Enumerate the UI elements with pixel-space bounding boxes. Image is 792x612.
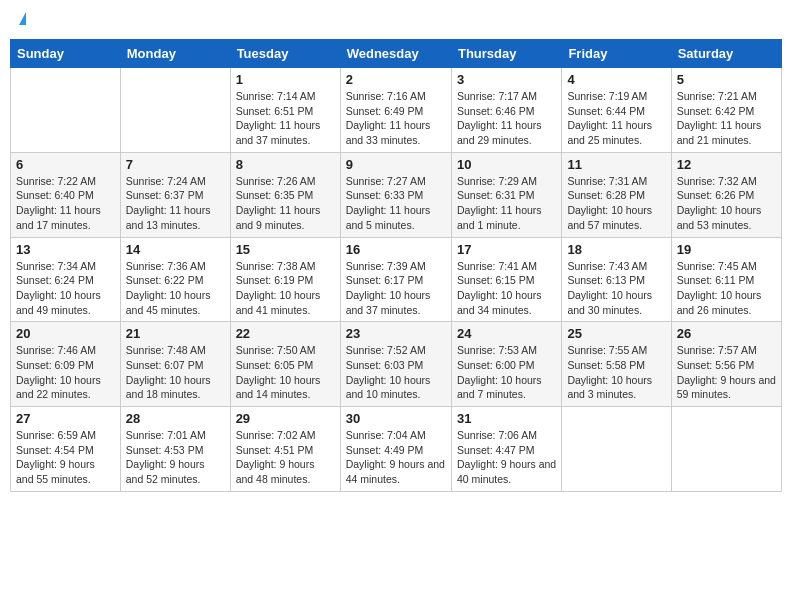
day-of-week-header: Sunday bbox=[11, 40, 121, 68]
day-info: Sunrise: 7:17 AM Sunset: 6:46 PM Dayligh… bbox=[457, 89, 556, 148]
day-number: 30 bbox=[346, 411, 446, 426]
calendar-table: SundayMondayTuesdayWednesdayThursdayFrid… bbox=[10, 39, 782, 492]
day-of-week-header: Wednesday bbox=[340, 40, 451, 68]
day-info: Sunrise: 7:46 AM Sunset: 6:09 PM Dayligh… bbox=[16, 343, 115, 402]
day-info: Sunrise: 7:38 AM Sunset: 6:19 PM Dayligh… bbox=[236, 259, 335, 318]
day-info: Sunrise: 7:43 AM Sunset: 6:13 PM Dayligh… bbox=[567, 259, 665, 318]
day-info: Sunrise: 7:01 AM Sunset: 4:53 PM Dayligh… bbox=[126, 428, 225, 487]
day-info: Sunrise: 7:55 AM Sunset: 5:58 PM Dayligh… bbox=[567, 343, 665, 402]
calendar-week-row: 13Sunrise: 7:34 AM Sunset: 6:24 PM Dayli… bbox=[11, 237, 782, 322]
calendar-header-row: SundayMondayTuesdayWednesdayThursdayFrid… bbox=[11, 40, 782, 68]
day-number: 6 bbox=[16, 157, 115, 172]
calendar-cell: 23Sunrise: 7:52 AM Sunset: 6:03 PM Dayli… bbox=[340, 322, 451, 407]
calendar-cell: 9Sunrise: 7:27 AM Sunset: 6:33 PM Daylig… bbox=[340, 152, 451, 237]
calendar-cell: 29Sunrise: 7:02 AM Sunset: 4:51 PM Dayli… bbox=[230, 407, 340, 492]
calendar-cell: 3Sunrise: 7:17 AM Sunset: 6:46 PM Daylig… bbox=[451, 68, 561, 153]
day-number: 14 bbox=[126, 242, 225, 257]
day-info: Sunrise: 7:19 AM Sunset: 6:44 PM Dayligh… bbox=[567, 89, 665, 148]
calendar-cell: 13Sunrise: 7:34 AM Sunset: 6:24 PM Dayli… bbox=[11, 237, 121, 322]
logo bbox=[18, 14, 26, 27]
calendar-cell bbox=[120, 68, 230, 153]
calendar-cell: 6Sunrise: 7:22 AM Sunset: 6:40 PM Daylig… bbox=[11, 152, 121, 237]
day-info: Sunrise: 7:06 AM Sunset: 4:47 PM Dayligh… bbox=[457, 428, 556, 487]
calendar-cell: 16Sunrise: 7:39 AM Sunset: 6:17 PM Dayli… bbox=[340, 237, 451, 322]
day-of-week-header: Monday bbox=[120, 40, 230, 68]
day-number: 2 bbox=[346, 72, 446, 87]
day-info: Sunrise: 7:04 AM Sunset: 4:49 PM Dayligh… bbox=[346, 428, 446, 487]
day-of-week-header: Saturday bbox=[671, 40, 781, 68]
calendar-cell: 30Sunrise: 7:04 AM Sunset: 4:49 PM Dayli… bbox=[340, 407, 451, 492]
calendar-cell: 2Sunrise: 7:16 AM Sunset: 6:49 PM Daylig… bbox=[340, 68, 451, 153]
day-of-week-header: Thursday bbox=[451, 40, 561, 68]
calendar-cell: 12Sunrise: 7:32 AM Sunset: 6:26 PM Dayli… bbox=[671, 152, 781, 237]
day-info: Sunrise: 7:26 AM Sunset: 6:35 PM Dayligh… bbox=[236, 174, 335, 233]
day-number: 22 bbox=[236, 326, 335, 341]
day-info: Sunrise: 7:41 AM Sunset: 6:15 PM Dayligh… bbox=[457, 259, 556, 318]
day-number: 15 bbox=[236, 242, 335, 257]
day-number: 16 bbox=[346, 242, 446, 257]
day-number: 18 bbox=[567, 242, 665, 257]
logo-triangle-icon bbox=[19, 12, 26, 25]
calendar-cell bbox=[11, 68, 121, 153]
day-number: 28 bbox=[126, 411, 225, 426]
day-number: 19 bbox=[677, 242, 776, 257]
day-number: 20 bbox=[16, 326, 115, 341]
day-info: Sunrise: 7:24 AM Sunset: 6:37 PM Dayligh… bbox=[126, 174, 225, 233]
calendar-week-row: 27Sunrise: 6:59 AM Sunset: 4:54 PM Dayli… bbox=[11, 407, 782, 492]
calendar-cell: 24Sunrise: 7:53 AM Sunset: 6:00 PM Dayli… bbox=[451, 322, 561, 407]
day-number: 21 bbox=[126, 326, 225, 341]
calendar-cell: 31Sunrise: 7:06 AM Sunset: 4:47 PM Dayli… bbox=[451, 407, 561, 492]
day-number: 31 bbox=[457, 411, 556, 426]
calendar-cell: 5Sunrise: 7:21 AM Sunset: 6:42 PM Daylig… bbox=[671, 68, 781, 153]
day-info: Sunrise: 6:59 AM Sunset: 4:54 PM Dayligh… bbox=[16, 428, 115, 487]
calendar-cell: 22Sunrise: 7:50 AM Sunset: 6:05 PM Dayli… bbox=[230, 322, 340, 407]
calendar-cell: 25Sunrise: 7:55 AM Sunset: 5:58 PM Dayli… bbox=[562, 322, 671, 407]
day-number: 25 bbox=[567, 326, 665, 341]
day-of-week-header: Tuesday bbox=[230, 40, 340, 68]
day-number: 8 bbox=[236, 157, 335, 172]
day-info: Sunrise: 7:29 AM Sunset: 6:31 PM Dayligh… bbox=[457, 174, 556, 233]
day-number: 29 bbox=[236, 411, 335, 426]
calendar-cell: 14Sunrise: 7:36 AM Sunset: 6:22 PM Dayli… bbox=[120, 237, 230, 322]
day-number: 13 bbox=[16, 242, 115, 257]
calendar-cell: 19Sunrise: 7:45 AM Sunset: 6:11 PM Dayli… bbox=[671, 237, 781, 322]
day-info: Sunrise: 7:36 AM Sunset: 6:22 PM Dayligh… bbox=[126, 259, 225, 318]
calendar-cell: 21Sunrise: 7:48 AM Sunset: 6:07 PM Dayli… bbox=[120, 322, 230, 407]
calendar-cell bbox=[562, 407, 671, 492]
calendar-cell: 4Sunrise: 7:19 AM Sunset: 6:44 PM Daylig… bbox=[562, 68, 671, 153]
calendar-cell: 7Sunrise: 7:24 AM Sunset: 6:37 PM Daylig… bbox=[120, 152, 230, 237]
day-number: 11 bbox=[567, 157, 665, 172]
calendar-cell: 10Sunrise: 7:29 AM Sunset: 6:31 PM Dayli… bbox=[451, 152, 561, 237]
day-number: 23 bbox=[346, 326, 446, 341]
calendar-cell: 27Sunrise: 6:59 AM Sunset: 4:54 PM Dayli… bbox=[11, 407, 121, 492]
day-info: Sunrise: 7:45 AM Sunset: 6:11 PM Dayligh… bbox=[677, 259, 776, 318]
day-number: 10 bbox=[457, 157, 556, 172]
day-number: 24 bbox=[457, 326, 556, 341]
day-number: 4 bbox=[567, 72, 665, 87]
page-header bbox=[10, 10, 782, 31]
calendar-week-row: 6Sunrise: 7:22 AM Sunset: 6:40 PM Daylig… bbox=[11, 152, 782, 237]
calendar-cell: 11Sunrise: 7:31 AM Sunset: 6:28 PM Dayli… bbox=[562, 152, 671, 237]
day-info: Sunrise: 7:21 AM Sunset: 6:42 PM Dayligh… bbox=[677, 89, 776, 148]
calendar-cell: 20Sunrise: 7:46 AM Sunset: 6:09 PM Dayli… bbox=[11, 322, 121, 407]
day-number: 5 bbox=[677, 72, 776, 87]
calendar-cell: 26Sunrise: 7:57 AM Sunset: 5:56 PM Dayli… bbox=[671, 322, 781, 407]
day-info: Sunrise: 7:02 AM Sunset: 4:51 PM Dayligh… bbox=[236, 428, 335, 487]
calendar-cell: 28Sunrise: 7:01 AM Sunset: 4:53 PM Dayli… bbox=[120, 407, 230, 492]
day-of-week-header: Friday bbox=[562, 40, 671, 68]
day-number: 3 bbox=[457, 72, 556, 87]
day-info: Sunrise: 7:34 AM Sunset: 6:24 PM Dayligh… bbox=[16, 259, 115, 318]
calendar-week-row: 20Sunrise: 7:46 AM Sunset: 6:09 PM Dayli… bbox=[11, 322, 782, 407]
calendar-cell: 15Sunrise: 7:38 AM Sunset: 6:19 PM Dayli… bbox=[230, 237, 340, 322]
day-info: Sunrise: 7:57 AM Sunset: 5:56 PM Dayligh… bbox=[677, 343, 776, 402]
day-number: 1 bbox=[236, 72, 335, 87]
day-info: Sunrise: 7:52 AM Sunset: 6:03 PM Dayligh… bbox=[346, 343, 446, 402]
day-info: Sunrise: 7:53 AM Sunset: 6:00 PM Dayligh… bbox=[457, 343, 556, 402]
day-number: 26 bbox=[677, 326, 776, 341]
day-info: Sunrise: 7:48 AM Sunset: 6:07 PM Dayligh… bbox=[126, 343, 225, 402]
day-info: Sunrise: 7:39 AM Sunset: 6:17 PM Dayligh… bbox=[346, 259, 446, 318]
calendar-cell bbox=[671, 407, 781, 492]
day-info: Sunrise: 7:50 AM Sunset: 6:05 PM Dayligh… bbox=[236, 343, 335, 402]
day-info: Sunrise: 7:22 AM Sunset: 6:40 PM Dayligh… bbox=[16, 174, 115, 233]
day-info: Sunrise: 7:14 AM Sunset: 6:51 PM Dayligh… bbox=[236, 89, 335, 148]
